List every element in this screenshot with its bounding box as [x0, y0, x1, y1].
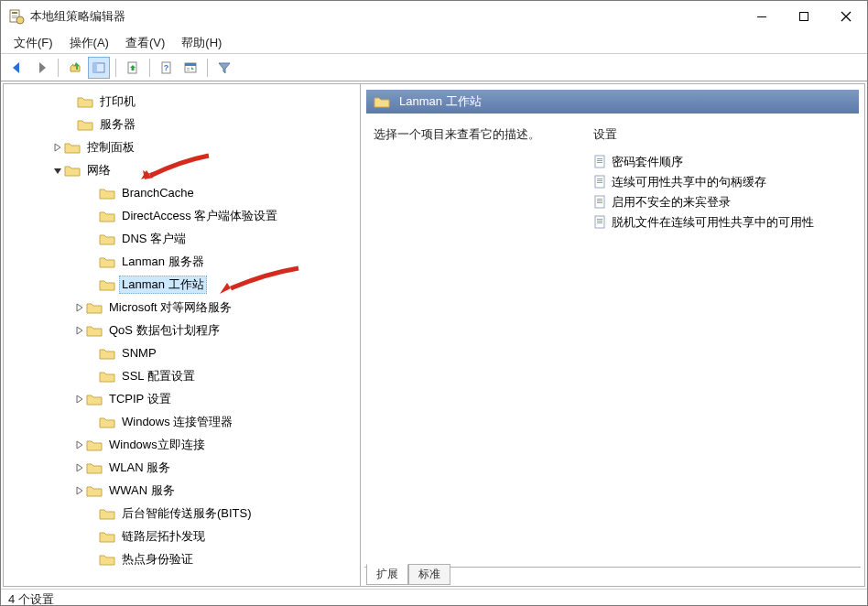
menubar: 文件(F) 操作(A) 查看(V) 帮助(H) [1, 32, 867, 54]
svg-rect-28 [597, 200, 602, 201]
tree-label: BranchCache [119, 185, 197, 200]
expander-expanded[interactable] [51, 164, 64, 177]
tree-item-wwan[interactable]: WWAN 服务 [4, 479, 360, 502]
folder-icon [99, 210, 115, 222]
toolbar-separator [207, 59, 208, 77]
svg-rect-25 [597, 182, 602, 183]
expander-collapsed[interactable] [73, 461, 86, 474]
setting-label: 密码套件顺序 [612, 154, 683, 170]
svg-rect-23 [597, 179, 602, 179]
tree-item-tcpip[interactable]: TCPIP 设置 [4, 387, 360, 410]
svg-rect-2 [12, 16, 17, 16]
expander-collapsed[interactable] [73, 301, 86, 314]
folder-icon [86, 484, 103, 497]
toolbar-separator [58, 59, 59, 77]
maximize-button[interactable] [783, 1, 825, 32]
help-button[interactable]: ? [156, 57, 178, 79]
tree-item-directaccess[interactable]: DirectAccess 客户端体验设置 [4, 204, 360, 227]
svg-rect-17 [187, 70, 190, 70]
svg-rect-26 [595, 196, 604, 208]
tree-item-qos[interactable]: QoS 数据包计划程序 [4, 319, 360, 341]
expander-collapsed[interactable] [51, 141, 64, 154]
tree-item-wcm[interactable]: Windows 连接管理器 [4, 410, 360, 433]
setting-item[interactable]: 连续可用性共享中的句柄缓存 [593, 172, 859, 192]
svg-rect-31 [597, 219, 602, 220]
folder-icon [99, 553, 115, 566]
tree-item-lltd[interactable]: 链路层拓扑发现 [4, 525, 360, 547]
policy-icon [593, 155, 608, 169]
tree-item-ssl[interactable]: SSL 配置设置 [4, 364, 360, 387]
tree-item-servers[interactable]: 服务器 [4, 113, 360, 135]
app-icon [8, 8, 25, 25]
setting-item[interactable]: 启用不安全的来宾登录 [593, 192, 859, 212]
filter-button[interactable] [213, 57, 235, 79]
toolbar-separator [115, 59, 116, 77]
tree-item-bits[interactable]: 后台智能传送服务(BITS) [4, 502, 360, 525]
expander-collapsed[interactable] [73, 438, 86, 451]
menu-help[interactable]: 帮助(H) [174, 33, 229, 53]
tree-item-printers[interactable]: 打印机 [4, 90, 360, 113]
properties-button[interactable] [179, 57, 201, 79]
expander-collapsed[interactable] [73, 484, 86, 497]
svg-rect-6 [800, 13, 808, 21]
expander-collapsed[interactable] [73, 393, 86, 406]
tree-item-lanman-server[interactable]: Lanman 服务器 [4, 250, 360, 273]
show-tree-button[interactable] [88, 57, 110, 79]
tree-label: 控制面板 [84, 138, 137, 157]
tree-label: WWAN 服务 [106, 482, 178, 500]
tree-panel[interactable]: 打印机 服务器 控制面板 网络 BranchCache DirectAccess… [4, 84, 361, 586]
folder-icon [99, 255, 115, 268]
close-button[interactable] [825, 1, 867, 32]
folder-icon [99, 507, 115, 520]
status-bar: 4 个设置 [1, 589, 867, 606]
tree-item-branchcache[interactable]: BranchCache [4, 181, 360, 204]
forward-button[interactable] [30, 57, 52, 79]
menu-action[interactable]: 操作(A) [62, 33, 116, 53]
tree-item-wlan[interactable]: WLAN 服务 [4, 456, 360, 479]
tree-item-ms-p2p[interactable]: Microsoft 对等网络服务 [4, 296, 360, 319]
svg-rect-15 [185, 63, 196, 66]
setting-label: 脱机文件在连续可用性共享中的可用性 [612, 214, 814, 231]
folder-icon [86, 301, 103, 314]
details-header-title: Lanman 工作站 [399, 93, 482, 110]
svg-rect-30 [595, 216, 604, 228]
tree-item-hotspot[interactable]: 热点身份验证 [4, 547, 360, 570]
toolbar-separator [149, 59, 150, 77]
folder-icon [374, 95, 390, 108]
folder-icon [77, 118, 93, 131]
setting-item[interactable]: 脱机文件在连续可用性共享中的可用性 [593, 212, 859, 233]
svg-rect-24 [597, 180, 602, 181]
details-tabs: 扩展 标准 [361, 566, 864, 586]
folder-icon [77, 95, 93, 108]
policy-icon [593, 215, 608, 230]
menu-file[interactable]: 文件(F) [6, 33, 60, 53]
folder-icon [99, 347, 115, 360]
setting-label: 启用不安全的来宾登录 [612, 194, 731, 211]
settings-column-header[interactable]: 设置 [593, 126, 859, 152]
back-button[interactable] [6, 57, 28, 79]
menu-view[interactable]: 查看(V) [118, 33, 172, 53]
tree-label: Windows 连接管理器 [119, 413, 235, 431]
export-button[interactable] [122, 57, 144, 79]
expander-collapsed[interactable] [73, 324, 86, 337]
tab-standard[interactable]: 标准 [408, 564, 450, 585]
svg-rect-16 [187, 68, 190, 69]
svg-rect-21 [597, 162, 602, 163]
tree-item-snmp[interactable]: SNMP [4, 341, 360, 364]
tree-item-lanman-workstation[interactable]: Lanman 工作站 [4, 273, 360, 296]
tree-item-wconn[interactable]: Windows立即连接 [4, 433, 360, 456]
tab-extended[interactable]: 扩展 [366, 564, 408, 585]
svg-rect-20 [597, 160, 602, 161]
svg-rect-29 [597, 202, 602, 203]
tree-item-network[interactable]: 网络 [4, 158, 360, 181]
minimize-button[interactable] [741, 1, 783, 32]
expander-none [64, 95, 77, 108]
status-text: 4 个设置 [8, 591, 54, 607]
details-description: 选择一个项目来查看它的描述。 [374, 126, 593, 560]
setting-item[interactable]: 密码套件顺序 [593, 152, 859, 172]
svg-rect-27 [597, 199, 602, 200]
folder-icon [99, 187, 115, 200]
up-button[interactable] [64, 57, 86, 79]
tree-item-dns-client[interactable]: DNS 客户端 [4, 227, 360, 250]
tree-item-control-panel[interactable]: 控制面板 [4, 135, 360, 158]
